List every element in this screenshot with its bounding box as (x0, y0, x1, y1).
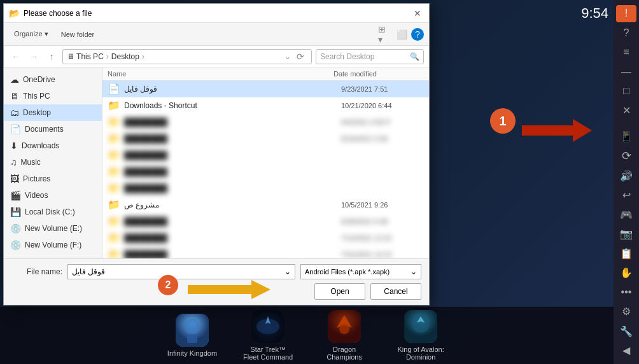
nav-item-music[interactable]: ♫ Music (4, 154, 102, 171)
music-icon: ♫ (10, 157, 17, 167)
sidebar-icon-minimize[interactable]: — (616, 64, 636, 81)
svg-marker-1 (188, 280, 270, 299)
sidebar-icon-arrow-left[interactable]: ◀ (616, 342, 636, 359)
nav-item-thispc[interactable]: 🖥 This PC (4, 88, 102, 104)
file-row: 📁 ████████ (102, 164, 429, 180)
file-date: 10/5/2021 9:26 (341, 201, 424, 209)
back-button[interactable]: ← (9, 50, 23, 64)
file-icon: 📁 (108, 232, 120, 244)
file-name: ████████ (124, 134, 341, 143)
sidebar-icon-phone[interactable]: 📱 (616, 129, 636, 146)
nav-item-localdisk[interactable]: 💾 Local Disk (C:) (4, 204, 102, 220)
dialog-addressbar: ← → ↑ 🖥 This PC › Desktop › ⌄ ⟳ Search D… (4, 46, 429, 67)
sidebar-icon-clipboard[interactable]: 📋 (616, 245, 636, 262)
app-icon-infinity (176, 314, 209, 347)
organize-button[interactable]: Organize ▾ (9, 28, 53, 40)
sidebar-icon-maximize[interactable]: □ (616, 83, 636, 100)
file-icon: 📁 (108, 199, 120, 211)
file-row: 📁 ████████ 8/19/2021 5:06 (102, 130, 429, 147)
filetype-select[interactable]: Android Files (*.apk *.xapk) ⌄ (300, 264, 421, 279)
file-row[interactable]: 📁 مشروع ص 10/5/2021 9:26 (102, 197, 429, 213)
file-row[interactable]: 📁 Downloads - Shortcut 10/21/2020 6:44 (102, 97, 429, 114)
sidebar-icon-volume[interactable]: 🔊 (616, 167, 636, 185)
pictures-icon: 🖼 (10, 174, 19, 184)
file-name: ████████ (124, 234, 341, 242)
view-help-button[interactable]: ? (411, 28, 424, 41)
videos-icon: 🎬 (10, 190, 21, 200)
file-name: ████████ (124, 217, 341, 226)
nav-item-desktop[interactable]: 🗂 Desktop (4, 104, 102, 121)
taskbar-app-startrek[interactable]: Star Trek™ Fleet Command (242, 310, 293, 361)
nav-item-label: Local Disk (C:) (25, 207, 75, 216)
view-list-button[interactable]: ⊞ ▾ (378, 27, 392, 41)
taskbar-app-infinity[interactable]: Infinity Kingdom (167, 314, 217, 357)
new-folder-button[interactable]: New folder (56, 29, 100, 40)
file-icon: 📁 (108, 182, 120, 194)
nav-item-downloads[interactable]: ⬇ Downloads (4, 137, 102, 154)
localdisk-icon: 💾 (10, 207, 21, 217)
nav-pane: ☁ OneDrive 🖥 This PC 🗂 Desktop 📄 Documen… (4, 67, 102, 258)
dialog-content: ☁ OneDrive 🖥 This PC 🗂 Desktop 📄 Documen… (4, 67, 429, 258)
sidebar-icon-menu[interactable]: ≡ (616, 44, 636, 61)
address-refresh-button[interactable]: ⟳ (293, 50, 307, 64)
nav-item-onedrive[interactable]: ☁ OneDrive (4, 71, 102, 88)
open-button[interactable]: Open (314, 283, 365, 300)
filetype-dropdown-icon: ⌄ (411, 267, 417, 276)
file-name: ████████ (124, 151, 341, 160)
search-box[interactable]: Search Desktop 🔍 (316, 49, 424, 64)
nav-item-pictures[interactable]: 🖼 Pictures (4, 171, 102, 187)
col-date: Date modified (334, 70, 416, 78)
sidebar-icon-hand[interactable]: ✋ (616, 264, 636, 281)
sidebar-icon-help[interactable]: ? (616, 25, 636, 42)
svg-point-10 (339, 324, 349, 334)
file-date: 8/19/2021 5:06 (341, 135, 424, 143)
file-name: ████████ (124, 118, 341, 127)
sidebar-icon-alert[interactable]: ! (616, 5, 636, 22)
nav-item-label: Music (21, 158, 41, 167)
file-name: Downloads - Shortcut (124, 101, 341, 110)
address-path[interactable]: 🖥 This PC › Desktop › ⌄ ⟳ (62, 49, 312, 64)
up-button[interactable]: ↑ (45, 50, 59, 64)
sidebar-icon-rotate[interactable]: ⟳ (616, 148, 636, 165)
file-list-body: 📄 قوقل فايل 9/23/2021 7:51 📁 Downloads -… (102, 81, 429, 258)
file-icon: 📁 (108, 248, 120, 258)
cancel-button[interactable]: Cancel (370, 283, 421, 300)
file-pane: Name Date modified 📄 قوقل فايل 9/23/2021… (102, 67, 429, 258)
path-desktop: Desktop (111, 52, 139, 61)
file-dialog: 📂 Please choose a file ✕ Organize ▾ New … (3, 3, 430, 305)
sidebar-icon-settings[interactable]: ⚙ (616, 303, 636, 320)
sidebar-icon-tools[interactable]: 🔧 (616, 323, 636, 340)
dialog-toolbar: Organize ▾ New folder ⊞ ▾ ⬜ ? (4, 23, 429, 46)
sidebar-icon-camera[interactable]: 📷 (616, 225, 636, 242)
arrow-indicator-1 (522, 118, 592, 145)
forward-button[interactable]: → (27, 50, 41, 64)
step-badge-2: 2 (158, 275, 178, 295)
view-controls: ⊞ ▾ ⬜ ? (378, 27, 424, 41)
file-row: 📁 ████████ 7/14/2021 12:22 (102, 230, 429, 246)
nav-item-videos[interactable]: 🎬 Videos (4, 187, 102, 204)
sidebar-icon-back[interactable]: ↩ (616, 186, 636, 204)
search-icon: 🔍 (410, 52, 419, 61)
sidebar-icon-close[interactable]: ✕ (616, 102, 636, 120)
file-row[interactable]: 📄 قوقل فايل 9/23/2021 7:51 (102, 81, 429, 97)
file-date: 9/23/2021 7:51 (341, 85, 424, 93)
taskbar-app-dragon[interactable]: Dragon Champions (319, 310, 370, 361)
file-name: ████████ (124, 167, 341, 176)
filename-input[interactable]: قوقل فايل ⌄ (67, 264, 295, 279)
file-date: 7/14/2021 12:22 (341, 234, 424, 242)
nav-item-documents[interactable]: 📄 Documents (4, 121, 102, 137)
sidebar-icon-dots[interactable]: ••• (616, 284, 636, 301)
dialog-titlebar: 📂 Please choose a file ✕ (4, 4, 429, 23)
file-icon: 📁 (108, 132, 120, 144)
file-icon: 📁 (108, 116, 120, 128)
file-row: 📁 ████████ (102, 180, 429, 197)
sidebar-icon-gamepad[interactable]: 🎮 (616, 206, 636, 223)
filename-dropdown-icon: ⌄ (284, 267, 291, 276)
nav-item-volume-f[interactable]: 💿 New Volume (F:) (4, 237, 102, 253)
taskbar-app-avalon[interactable]: King of Avalon: Dominion (395, 310, 446, 361)
filetype-value: Android Files (*.apk *.xapk) (305, 268, 411, 276)
file-icon: 📁 (108, 149, 120, 161)
dialog-close-button[interactable]: ✕ (411, 7, 424, 20)
nav-item-volume-e[interactable]: 💿 New Volume (E:) (4, 220, 102, 237)
view-preview-button[interactable]: ⬜ (395, 27, 409, 41)
